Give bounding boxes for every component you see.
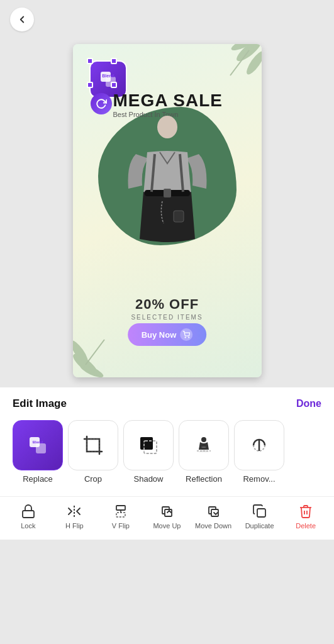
reflection-label: Reflection bbox=[186, 474, 222, 484]
tool-replace[interactable]: Blend Replace bbox=[13, 420, 63, 484]
nav-duplicate[interactable]: Duplicate bbox=[241, 503, 279, 530]
selected-element-frame[interactable]: Blend bbox=[79, 50, 125, 96]
moveup-icon bbox=[159, 503, 175, 519]
lock-svg bbox=[21, 504, 36, 519]
svg-rect-22 bbox=[87, 439, 99, 452]
nav-hflip[interactable]: H Flip bbox=[55, 503, 93, 530]
svg-rect-29 bbox=[23, 511, 34, 518]
movedown-svg bbox=[206, 504, 221, 519]
discount-main: 20% OFF bbox=[131, 296, 203, 313]
lock-label: Lock bbox=[21, 522, 35, 530]
svg-point-27 bbox=[201, 447, 206, 448]
buy-now-button[interactable]: Buy Now bbox=[128, 323, 207, 346]
buy-now-label: Buy Now bbox=[142, 330, 177, 340]
outfit-svg bbox=[117, 113, 218, 252]
back-button[interactable] bbox=[10, 8, 34, 31]
vflip-icon bbox=[113, 503, 129, 519]
vflip-svg bbox=[113, 504, 128, 519]
top-bar bbox=[0, 0, 334, 39]
nav-lock[interactable]: Lock bbox=[9, 503, 47, 530]
crop-label: Crop bbox=[84, 474, 102, 484]
tools-row: Blend Replace Crop bbox=[13, 420, 321, 489]
remove-icon-box bbox=[234, 420, 284, 470]
svg-rect-16 bbox=[174, 211, 184, 222]
delete-svg bbox=[298, 504, 313, 519]
tool-reflection[interactable]: Reflection bbox=[179, 420, 229, 484]
design-card[interactable]: Blend MEGA SALE Best Product In Town bbox=[73, 44, 262, 377]
shadow-label: Shadow bbox=[134, 474, 164, 484]
svg-rect-32 bbox=[116, 513, 125, 517]
handle-tr[interactable] bbox=[111, 58, 117, 64]
svg-point-11 bbox=[157, 116, 177, 138]
movedown-label: Move Down bbox=[195, 522, 231, 530]
tool-crop[interactable]: Crop bbox=[68, 420, 118, 484]
duplicate-svg bbox=[252, 504, 267, 519]
svg-line-7 bbox=[86, 340, 104, 365]
tool-remove[interactable]: Remov... bbox=[234, 420, 284, 484]
crop-icon-box bbox=[68, 420, 118, 470]
replace-icon-box: Blend bbox=[13, 420, 63, 470]
remove-svg-icon bbox=[247, 433, 271, 457]
movedown-icon bbox=[205, 503, 221, 519]
svg-point-18 bbox=[189, 337, 189, 338]
handle-tl[interactable] bbox=[87, 58, 93, 64]
nav-movedown[interactable]: Move Down bbox=[194, 503, 232, 530]
duplicate-label: Duplicate bbox=[245, 522, 274, 530]
svg-point-17 bbox=[185, 337, 186, 338]
svg-text:Blend: Blend bbox=[33, 440, 43, 444]
svg-point-25 bbox=[201, 437, 206, 442]
vflip-label: V Flip bbox=[112, 522, 130, 530]
svg-rect-13 bbox=[164, 189, 171, 197]
svg-rect-31 bbox=[116, 506, 125, 510]
crop-svg-icon bbox=[81, 433, 105, 457]
discount-sub: SELECTED ITEMS bbox=[131, 314, 203, 321]
svg-rect-38 bbox=[257, 509, 265, 517]
nav-delete[interactable]: Delete bbox=[287, 503, 325, 530]
edit-panel-header: Edit Image Done bbox=[13, 397, 321, 410]
refresh-icon bbox=[96, 98, 107, 109]
reflection-icon-box bbox=[179, 420, 229, 470]
hflip-svg bbox=[67, 504, 82, 519]
moveup-svg bbox=[159, 504, 174, 519]
lock-icon bbox=[20, 503, 36, 519]
tool-shadow[interactable]: Shadow bbox=[123, 420, 174, 484]
remove-label: Remov... bbox=[243, 474, 275, 484]
handle-bl[interactable] bbox=[87, 82, 93, 88]
moveup-label: Move Up bbox=[153, 522, 181, 530]
done-button[interactable]: Done bbox=[296, 398, 321, 409]
cart-svg bbox=[182, 331, 190, 338]
refresh-badge[interactable] bbox=[91, 93, 112, 114]
replace-label: Replace bbox=[23, 474, 53, 484]
hflip-label: H Flip bbox=[65, 522, 84, 530]
discount-text: 20% OFF SELECTED ITEMS bbox=[131, 296, 203, 321]
edit-panel-title: Edit Image bbox=[13, 397, 67, 410]
shadow-svg-icon bbox=[136, 433, 160, 457]
svg-text:Blend: Blend bbox=[102, 74, 114, 78]
bottom-nav: Lock H Flip V Flip bbox=[0, 496, 334, 540]
edit-panel: Edit Image Done Blend Replace bbox=[0, 387, 334, 496]
handle-br[interactable] bbox=[111, 82, 117, 88]
cart-icon bbox=[180, 328, 192, 341]
reflection-svg-icon bbox=[192, 433, 216, 457]
product-image bbox=[111, 113, 224, 252]
shadow-icon-box bbox=[123, 420, 174, 470]
hflip-icon bbox=[66, 503, 82, 519]
svg-rect-23 bbox=[140, 437, 153, 450]
svg-rect-20 bbox=[36, 443, 46, 453]
duplicate-icon bbox=[252, 503, 268, 519]
mega-sale-title: MEGA SALE bbox=[113, 91, 223, 111]
delete-icon bbox=[298, 503, 314, 519]
delete-label: Delete bbox=[296, 522, 316, 530]
nav-moveup[interactable]: Move Up bbox=[148, 503, 186, 530]
replace-svg-icon: Blend bbox=[26, 433, 50, 457]
nav-vflip[interactable]: V Flip bbox=[102, 503, 140, 530]
canvas-area: Blend MEGA SALE Best Product In Town bbox=[0, 39, 334, 387]
